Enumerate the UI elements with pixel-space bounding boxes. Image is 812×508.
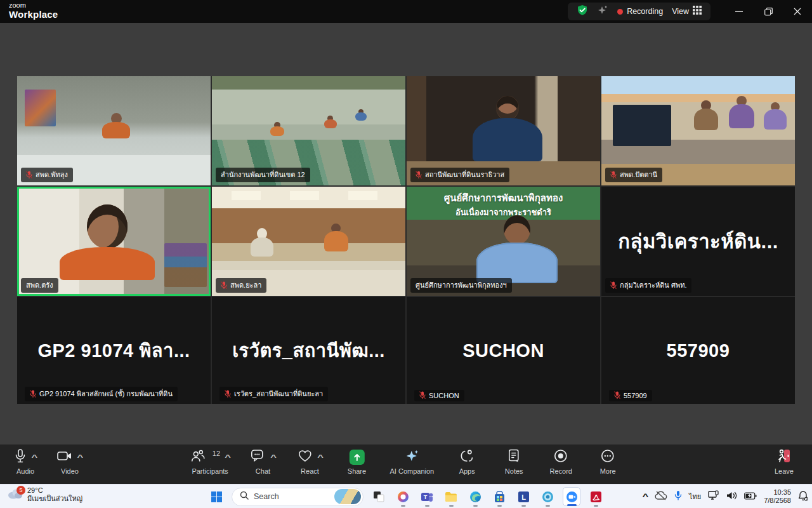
language-indicator[interactable]: ไทย <box>689 491 701 502</box>
ai-companion-button[interactable]: AI Companion <box>390 449 434 475</box>
task-view-icon[interactable] <box>370 487 388 506</box>
participant-name: สำนักงานพัฒนาที่ดินเขต 12 <box>221 169 305 180</box>
participant-figure <box>324 224 348 251</box>
chat-button[interactable]: ^ Chat <box>249 449 277 475</box>
muted-mic-icon <box>26 171 32 179</box>
clock[interactable]: 10:35 7/8/2568 <box>764 488 791 505</box>
participant-figure <box>102 113 130 138</box>
l-app-icon[interactable]: L <box>514 487 532 506</box>
participant-figure <box>729 96 754 128</box>
security-shield-icon[interactable] <box>577 4 588 18</box>
video-options-chevron[interactable]: ^ <box>77 453 84 461</box>
notes-label: Notes <box>505 467 523 475</box>
participant-display-name: SUCHON <box>407 297 600 404</box>
teams-icon[interactable]: T <box>418 487 436 506</box>
video-gallery: สพด.พัทลุง สำนักงานพัฒนาที่ดินเขต 12 <box>17 76 795 404</box>
search-label: Search <box>254 492 329 501</box>
store-icon[interactable] <box>490 487 508 506</box>
close-button[interactable] <box>783 0 812 23</box>
hidden-icons-chevron[interactable]: ^ <box>643 492 649 501</box>
titlebar-status-cluster: Recording View <box>568 3 710 20</box>
participant-name-pill: ศูนย์ศึกษาการพัฒนาพิกุลทองฯ <box>410 278 512 293</box>
edge-icon[interactable] <box>466 487 484 506</box>
video-tile-pattani[interactable]: สพด.ปัตตานี <box>601 76 795 185</box>
speaker-icon[interactable] <box>726 491 737 503</box>
leave-door-icon <box>776 448 792 466</box>
brand-zoom: zoom <box>9 2 58 10</box>
network-display-icon[interactable] <box>708 490 719 503</box>
audio-options-chevron[interactable]: ^ <box>32 453 38 461</box>
participants-options-chevron[interactable]: ^ <box>225 453 231 461</box>
more-ellipsis-icon <box>600 448 615 466</box>
video-tile-rewat[interactable]: เรวัตร_สถานีพัฒ... เรวัตร_สถานีพัฒนาที่ด… <box>212 297 405 404</box>
ai-companion-icon <box>404 448 419 466</box>
video-tile-zone12[interactable]: สำนักงานพัฒนาที่ดินเขต 12 <box>212 76 405 185</box>
chat-options-chevron[interactable]: ^ <box>270 453 277 461</box>
video-tile-phatthalung[interactable]: สพด.พัทลุง <box>17 76 211 185</box>
muted-mic-icon <box>610 171 617 179</box>
svg-text:L: L <box>521 493 526 501</box>
svg-text:T: T <box>423 494 427 500</box>
brand-workplace: Workplace <box>9 10 58 20</box>
blue-circle-app-icon[interactable] <box>539 487 556 506</box>
share-button[interactable]: Share <box>343 449 370 475</box>
video-tile-pikulthong[interactable]: ศูนย์ศึกษาการพัฒนาพิกุลทอง อันเนื่องมาจา… <box>407 187 600 296</box>
onedrive-cloud-icon[interactable] <box>655 491 667 503</box>
windows-taskbar: 5 29°C มีเมฆเป็นส่วนใหญ่ Search <box>0 484 812 508</box>
weather-condition: มีเมฆเป็นส่วนใหญ่ <box>27 495 82 503</box>
file-explorer-icon[interactable] <box>442 487 460 506</box>
notification-badge: 5 <box>16 486 25 495</box>
audio-button[interactable]: ^ Audio <box>11 449 39 475</box>
microphone-in-use-icon[interactable] <box>674 490 682 503</box>
restore-button[interactable] <box>754 0 783 23</box>
video-tile-narathiwat[interactable]: สถานีพัฒนาที่ดินนราธิวาส <box>407 76 600 185</box>
taskbar-app-icons: Search T <box>207 485 605 508</box>
participant-name: สพด.ตรัง <box>26 279 53 291</box>
more-label: More <box>600 467 616 475</box>
acrobat-icon[interactable] <box>587 487 605 506</box>
participant-name-pill: SUCHON <box>414 390 464 401</box>
taskbar-search[interactable]: Search <box>232 488 363 506</box>
record-icon <box>553 448 568 466</box>
video-tile-soil-analysis-group[interactable]: กลุ่มวิเคราะห์ดิน... กลุ่มวิเคราะห์ดิน ศ… <box>601 187 795 296</box>
recording-label: Recording <box>627 7 663 16</box>
participants-label: Participants <box>192 467 228 475</box>
video-tile-557909[interactable]: 557909 557909 <box>601 297 795 404</box>
participant-name-pill: สถานีพัฒนาที่ดินนราธิวาส <box>410 168 509 182</box>
recording-indicator[interactable]: Recording <box>617 7 663 16</box>
react-button[interactable]: ^ React <box>296 449 324 475</box>
title-bar: zoom Workplace Recording View <box>0 0 812 23</box>
record-button[interactable]: Record <box>547 449 575 475</box>
video-tile-gp2[interactable]: GP2 91074 พิลา... GP2 91074 พิลาสลักษณ์ … <box>17 297 211 404</box>
participant-figure <box>60 204 155 280</box>
notification-bell-icon[interactable] <box>798 490 808 504</box>
participant-name-pill: สพด.ตรัง <box>21 278 58 293</box>
view-button[interactable]: View <box>672 6 702 17</box>
apps-button[interactable]: Apps <box>453 449 481 475</box>
start-button[interactable] <box>207 487 225 506</box>
muted-mic-icon <box>221 281 227 290</box>
muted-mic-icon <box>30 390 36 398</box>
chat-bubble-icon <box>251 449 266 465</box>
copilot-icon[interactable] <box>394 487 412 506</box>
ai-companion-label: AI Companion <box>390 467 434 475</box>
zoom-app-icon[interactable] <box>563 487 580 506</box>
window-controls <box>724 0 812 23</box>
react-options-chevron[interactable]: ^ <box>317 453 324 461</box>
ai-companion-sparkle-icon[interactable] <box>597 4 608 18</box>
weather-widget[interactable]: 5 29°C มีเมฆเป็นส่วนใหญ่ <box>6 486 82 503</box>
notes-button[interactable]: Notes <box>500 449 528 475</box>
more-button[interactable]: More <box>594 449 622 475</box>
video-tile-suchon[interactable]: SUCHON SUCHON <box>407 297 600 404</box>
participant-figure <box>324 116 337 128</box>
participant-name: ศูนย์ศึกษาการพัฒนาพิกุลทองฯ <box>416 279 507 291</box>
video-tile-yala[interactable]: สพด.ยะลา <box>212 187 405 296</box>
participants-count: 12 <box>213 450 220 457</box>
search-daily-image[interactable] <box>334 489 361 504</box>
battery-icon[interactable] <box>744 491 757 502</box>
participants-button[interactable]: 12 ^ Participants <box>190 449 230 475</box>
leave-button[interactable]: Leave <box>770 449 798 475</box>
video-tile-trang-active-speaker[interactable]: สพด.ตรัง <box>17 187 211 296</box>
video-button[interactable]: ^ Video <box>56 449 84 475</box>
minimize-button[interactable] <box>724 0 754 23</box>
